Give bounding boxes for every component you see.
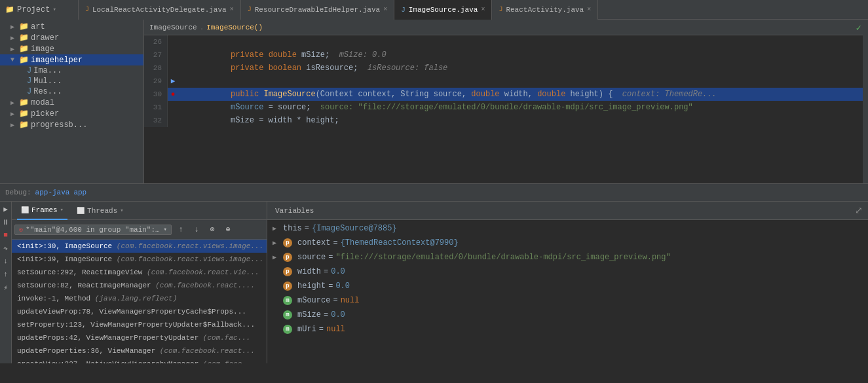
line-marker-30: ● — [168, 88, 178, 101]
tab-LocalReactActivityDelegate[interactable]: J LocalReactActivityDelegate.java × — [79, 0, 241, 20]
stop-btn[interactable]: ■ — [1, 230, 10, 240]
pause-btn[interactable]: ⏸ — [1, 217, 10, 227]
thread-icon: ⊙ — [19, 226, 23, 234]
folder-icon-imagehelper: 📁 — [19, 55, 29, 65]
var-item-context[interactable]: ▶ p context = {ThemedReactContext@7990} — [267, 236, 868, 250]
editor-scrollbar[interactable] — [863, 20, 868, 183]
threads-tab[interactable]: ⬜ Threads ▾ — [73, 202, 128, 220]
line-num-26: 26 — [144, 35, 168, 48]
var-icon-p-width: p — [283, 267, 292, 276]
frame-item-4[interactable]: invoke:-1, Method (java.lang.reflect) — [12, 292, 267, 305]
var-eq-height: = — [328, 282, 333, 291]
app-link[interactable]: app — [73, 189, 86, 196]
variables-expand-btn[interactable]: ⤢ — [855, 205, 863, 216]
debug-bar: Debug: app-java app — [0, 183, 868, 202]
tab-label-3: ReactActivity.java — [506, 6, 584, 14]
tree-item-modal[interactable]: ▶ 📁 modal — [0, 97, 143, 108]
tree-item-drawer[interactable]: ▶ 📁 drawer — [0, 32, 143, 43]
var-icon-m-mUri: m — [283, 325, 292, 334]
folder-icon-picker: 📁 — [19, 109, 29, 119]
line-num-29: 29 — [144, 75, 168, 88]
frames-tab[interactable]: ⬜ Frames ▾ — [17, 202, 67, 220]
var-item-height[interactable]: ▶ p height = 0.0 — [267, 279, 868, 293]
evaluate-btn[interactable]: ⚡ — [1, 283, 10, 292]
tree-arrow-image: ▶ — [10, 45, 17, 53]
tab-close-2[interactable]: × — [481, 6, 485, 13]
var-name-width: width — [297, 267, 321, 276]
tree-label-progressb: progressb... — [31, 120, 87, 130]
folder-icon-modal: 📁 — [19, 98, 29, 107]
frame-item-9[interactable]: createView:227, NativeViewHierarchyManag… — [12, 357, 267, 363]
tab-ImageSource[interactable]: J ImageSource.java × — [394, 0, 492, 20]
project-folder-icon: 📁 — [5, 5, 14, 14]
var-item-mUri[interactable]: ▶ m mUri = null — [267, 322, 868, 337]
var-name-this: this — [283, 224, 302, 233]
tab-label-1: ResourceDrawableIdHelper.java — [255, 6, 380, 14]
frame-item-7[interactable]: updateProps:42, ViewManagerPropertyUpdat… — [12, 331, 267, 344]
frame-up-btn[interactable]: ↑ — [174, 223, 187, 236]
var-arrow-width: ▶ — [273, 268, 280, 276]
thread-dropdown[interactable]: ⊙ *"main"@4,600 in group "main": RU... ▾ — [14, 225, 172, 235]
var-val-mUri: null — [326, 325, 345, 334]
frame-item-2[interactable]: setSource:292, ReactImageView (com.faceb… — [12, 266, 267, 279]
tab-close-0[interactable]: × — [230, 6, 234, 13]
frame-copy-btn[interactable]: ⊕ — [221, 223, 235, 236]
step-over-btn[interactable]: ↷ — [1, 244, 10, 253]
tree-label-drawer: drawer — [31, 33, 59, 43]
step-into-btn[interactable]: ↓ — [1, 257, 10, 266]
frame-item-5[interactable]: updateViewProp:78, ViewManagersPropertyC… — [12, 305, 267, 318]
code-content: 26 private double mSize; mSize: 0.0 27 p… — [144, 35, 868, 127]
resume-btn[interactable]: ▶ — [1, 204, 10, 213]
tab-ResourceDrawableIdHelper[interactable]: J ResourceDrawableIdHelper.java × — [241, 0, 394, 20]
line-num-30: 30 — [144, 88, 168, 101]
frame-item-6[interactable]: setProperty:123, ViewManagerPropertyUpda… — [12, 318, 267, 331]
project-tab[interactable]: 📁 Project ▾ — [0, 0, 79, 20]
tab-close-3[interactable]: × — [587, 6, 591, 13]
frame-item-3[interactable]: setSource:82, ReactImageManager (com.fac… — [12, 279, 267, 292]
tree-label-res: Res... — [33, 87, 62, 96]
thread-dropdown-text: *"main"@4,600 in group "main": RU... — [26, 226, 161, 234]
top-bar: 📁 Project ▾ J LocalReactActivityDelegate… — [0, 0, 868, 20]
tab-ReactActivity[interactable]: J ReactActivity.java × — [492, 0, 598, 20]
frame-item-8[interactable]: updateProperties:36, ViewManager (com.fa… — [12, 344, 267, 357]
tree-item-image[interactable]: ▶ 📁 image — [0, 43, 143, 54]
threads-icon: ⬜ — [77, 207, 85, 215]
tree-item-picker[interactable]: ▶ 📁 picker — [0, 108, 143, 119]
var-eq-mUri: = — [319, 325, 324, 334]
tree-item-progressb[interactable]: ▶ 📁 progressb... — [0, 119, 143, 130]
tab-close-1[interactable]: × — [383, 6, 387, 13]
frame-down-btn[interactable]: ↓ — [190, 223, 203, 236]
var-name-mSource: mSource — [297, 296, 330, 305]
project-dropdown-arrow: ▾ — [52, 6, 56, 13]
frame-item-1[interactable]: <init>:39, ImageSource (com.facebook.rea… — [12, 253, 267, 266]
file-tabs: J LocalReactActivityDelegate.java × J Re… — [79, 0, 868, 20]
frame-filter-btn[interactable]: ⊗ — [206, 223, 219, 236]
app-java-link[interactable]: app-java — [35, 189, 70, 196]
tree-item-file-ima[interactable]: J Ima... — [0, 65, 143, 76]
step-out-btn[interactable]: ↑ — [1, 270, 10, 279]
frame-text-2: setSource:292, ReactImageView (com.faceb… — [17, 268, 259, 276]
var-item-mSource[interactable]: ▶ m mSource = null — [267, 293, 868, 308]
tree-item-art[interactable]: ▶ 📁 art — [0, 21, 143, 32]
var-item-mSize[interactable]: ▶ m mSize = 0.0 — [267, 308, 868, 322]
tree-label-mul: Mul... — [33, 77, 62, 86]
tree-item-file-mul[interactable]: J Mul... — [0, 76, 143, 86]
var-item-width[interactable]: ▶ p width = 0.0 — [267, 264, 868, 279]
tree-item-file-res[interactable]: J Res... — [0, 86, 143, 97]
frame-text-4: invoke:-1, Method (java.lang.reflect) — [17, 295, 177, 302]
frame-item-0[interactable]: <init>:30, ImageSource (com.facebook.rea… — [12, 240, 267, 253]
main-area: ▶ 📁 art ▶ 📁 drawer ▶ 📁 image ▼ 📁 imagehe… — [0, 20, 868, 183]
tree-item-imagehelper[interactable]: ▼ 📁 imagehelper — [0, 54, 143, 65]
var-eq-width: = — [324, 267, 328, 276]
folder-icon-art: 📁 — [19, 22, 29, 31]
tree-arrow-art: ▶ — [10, 23, 17, 31]
frames-panel-header: ⬜ Frames ▾ ⬜ Threads ▾ — [12, 202, 267, 220]
var-icon-m-mSource: m — [283, 296, 292, 305]
var-arrow-height: ▶ — [273, 282, 280, 290]
var-item-source[interactable]: ▶ p source = "file:///storage/emulated/0… — [267, 250, 868, 264]
frames-panel: ⬜ Frames ▾ ⬜ Threads ▾ ⊙ *"main"@4,600 i… — [12, 202, 267, 363]
var-item-this[interactable]: ▶ this = {ImageSource@7885} — [267, 221, 868, 236]
var-arrow-source: ▶ — [273, 253, 280, 261]
variables-list: ▶ this = {ImageSource@7885} ▶ p context … — [267, 220, 868, 363]
variables-panel-header: Variables ⤢ — [267, 202, 868, 220]
